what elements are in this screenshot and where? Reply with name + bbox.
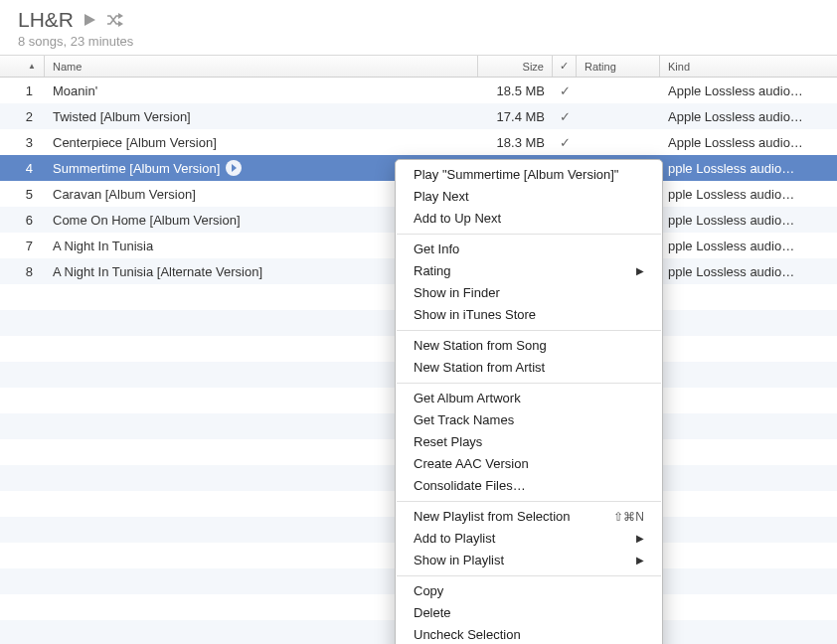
menu-shortcut: ⇧⌘N [613,508,644,526]
menu-item-label: Show in Playlist [414,552,628,569]
menu-item-label: Show in iTunes Store [414,306,644,324]
track-number: 2 [0,109,45,124]
menu-item-label: Delete [414,604,644,622]
menu-item-label: Consolidate Files… [414,477,644,495]
menu-item-label: Get Info [414,241,644,258]
playlist-subtitle: 8 songs, 23 minutes [18,34,837,49]
playlist-title: LH&R [18,8,74,32]
play-icon[interactable] [84,13,96,27]
column-header-name[interactable]: Name [45,56,478,77]
menu-item-label: Get Album Artwork [414,390,644,407]
track-number: 6 [0,213,45,228]
track-kind: pple Lossless audio… [660,213,837,228]
menu-item-label: Copy [414,582,644,600]
menu-item-label: Reset Plays [414,433,644,451]
menu-item-label: Add to Playlist [414,530,628,548]
column-header-size[interactable]: Size [478,56,553,77]
menu-item[interactable]: Uncheck Selection [396,624,662,644]
menu-item-label: New Station from Song [414,337,644,355]
track-name: Moanin' [45,83,478,98]
track-kind: pple Lossless audio… [660,264,837,279]
playlist-header: LH&R 8 songs, 23 minutes [0,0,837,56]
menu-item[interactable]: Consolidate Files… [396,475,662,497]
track-size: 17.4 MB [478,109,553,124]
menu-item-label: Show in Finder [414,284,644,302]
track-kind: pple Lossless audio… [660,161,837,176]
track-kind: pple Lossless audio… [660,239,837,253]
column-header-kind[interactable]: Kind [660,56,837,77]
track-kind: Apple Lossless audio… [660,109,837,124]
menu-item-label: Play Next [414,188,644,206]
menu-item[interactable]: Show in Finder [396,282,662,304]
menu-separator [397,575,661,576]
menu-item[interactable]: Reset Plays [396,431,662,453]
track-kind: Apple Lossless audio… [660,135,837,150]
menu-item[interactable]: Get Info [396,239,662,260]
track-number: 1 [0,83,45,98]
track-number: 3 [0,135,45,150]
go-arrow-icon[interactable] [226,160,242,176]
menu-item[interactable]: Rating▶ [396,260,662,282]
table-row[interactable]: 1Moanin'18.5 MB✓Apple Lossless audio… [0,78,837,103]
track-size: 18.3 MB [478,135,553,150]
menu-item[interactable]: Delete [396,602,662,624]
menu-item-label: Get Track Names [414,411,644,429]
menu-item[interactable]: Add to Up Next [396,208,662,230]
shuffle-icon[interactable] [106,13,124,27]
menu-item[interactable]: Show in Playlist▶ [396,550,662,571]
track-name: Twisted [Album Version] [45,109,478,124]
menu-item[interactable]: New Playlist from Selection⇧⌘N [396,506,662,528]
context-menu: Play "Summertime [Album Version]"Play Ne… [395,159,663,644]
track-checked[interactable]: ✓ [553,109,577,124]
track-checked[interactable]: ✓ [553,83,577,98]
column-header-checked[interactable]: ✓ [553,56,577,77]
menu-item[interactable]: Add to Playlist▶ [396,528,662,550]
submenu-arrow-icon: ▶ [636,262,644,280]
menu-item-label: Uncheck Selection [414,626,644,644]
track-name: Centerpiece [Album Version] [45,135,478,150]
column-header-row: ▲ Name Size ✓ Rating Kind [0,56,837,78]
menu-item[interactable]: New Station from Artist [396,357,662,379]
menu-item[interactable]: Get Album Artwork [396,388,662,409]
track-kind: Apple Lossless audio… [660,83,837,98]
track-checked[interactable]: ✓ [553,135,577,150]
track-number: 4 [0,161,45,176]
track-size: 18.5 MB [478,83,553,98]
menu-separator [397,383,661,384]
column-header-number[interactable]: ▲ [0,56,45,77]
menu-item[interactable]: Play "Summertime [Album Version]" [396,164,662,186]
menu-item-label: Play "Summertime [Album Version]" [414,166,644,184]
sort-ascending-icon: ▲ [28,62,36,71]
menu-item-label: New Playlist from Selection [414,508,605,526]
table-row[interactable]: 3Centerpiece [Album Version]18.3 MB✓Appl… [0,129,837,155]
track-number: 8 [0,264,45,279]
track-number: 7 [0,239,45,253]
submenu-arrow-icon: ▶ [636,530,644,548]
menu-item-label: Rating [414,262,628,280]
column-header-rating[interactable]: Rating [577,56,660,77]
menu-separator [397,234,661,235]
track-number: 5 [0,187,45,202]
menu-item[interactable]: New Station from Song [396,335,662,357]
menu-separator [397,501,661,502]
menu-item-label: Add to Up Next [414,210,644,228]
track-kind: pple Lossless audio… [660,187,837,202]
menu-separator [397,330,661,331]
menu-item[interactable]: Get Track Names [396,409,662,431]
menu-item[interactable]: Create AAC Version [396,453,662,475]
submenu-arrow-icon: ▶ [636,552,644,569]
table-row[interactable]: 2Twisted [Album Version]17.4 MB✓Apple Lo… [0,103,837,129]
menu-item-label: New Station from Artist [414,359,644,377]
menu-item[interactable]: Show in iTunes Store [396,304,662,326]
menu-item[interactable]: Play Next [396,186,662,208]
menu-item-label: Create AAC Version [414,455,644,473]
menu-item[interactable]: Copy [396,580,662,602]
